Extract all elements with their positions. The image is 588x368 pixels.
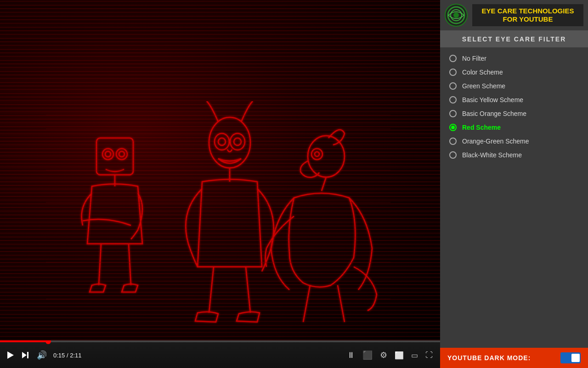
filter-option-basic-orange[interactable]: Basic Orange Scheme (449, 110, 579, 117)
next-button[interactable] (20, 350, 30, 360)
label-black-white: Black-White Scheme (462, 151, 522, 159)
title-bar: EYE CARE TECHNOLOGIES FOR YOUTUBE (440, 0, 588, 31)
volume-icon: 🔊 (37, 350, 47, 360)
svg-line-6 (99, 244, 101, 285)
svg-line-21 (338, 285, 345, 322)
right-controls: ⏸ ⬛ ⚙ ⬜ ▭ ⛶ (345, 348, 435, 362)
dark-mode-bar: YOUTUBE DARK MODE: (440, 348, 588, 368)
svg-point-12 (234, 138, 241, 145)
svg-line-20 (303, 285, 310, 322)
logo-icon (445, 4, 468, 27)
label-red-scheme: Red Scheme (462, 124, 501, 131)
svg-point-4 (119, 151, 124, 157)
fullscreen-icon: ⛶ (425, 351, 433, 359)
subtitles-icon: ⬛ (362, 350, 373, 360)
radio-basic-yellow[interactable] (449, 96, 457, 104)
play-icon (7, 351, 14, 359)
miniplayer-button[interactable]: ⬜ (393, 349, 406, 362)
radio-green-scheme[interactable] (449, 82, 457, 90)
radio-orange-green[interactable] (449, 138, 457, 145)
time-current: 0:15 (53, 352, 65, 359)
filter-option-no-filter[interactable]: No Filter (449, 55, 579, 62)
filter-option-basic-yellow[interactable]: Basic Yellow Scheme (449, 96, 579, 104)
volume-button[interactable]: 🔊 (35, 348, 49, 362)
svg-line-14 (209, 267, 214, 313)
svg-point-1 (102, 149, 113, 160)
svg-point-2 (116, 149, 127, 160)
toggle-knob (571, 354, 580, 362)
miniplayer-icon: ⬜ (395, 351, 404, 360)
radio-red-scheme[interactable] (449, 124, 457, 131)
filter-option-green-scheme[interactable]: Green Scheme (449, 82, 579, 90)
svg-point-11 (218, 138, 226, 145)
label-green-scheme: Green Scheme (462, 82, 505, 90)
progress-bar[interactable] (0, 340, 440, 342)
svg-point-18 (315, 152, 319, 156)
time-sep: / (65, 352, 70, 359)
theater-button[interactable]: ▭ (409, 349, 420, 362)
subtitles-button[interactable]: ⬛ (361, 348, 374, 362)
video-characters (46, 101, 390, 331)
pause-button[interactable]: ⏸ (345, 349, 357, 362)
app-title: EYE CARE TECHNOLOGIES FOR YOUTUBE (472, 4, 583, 26)
svg-line-19 (322, 177, 326, 191)
radio-black-white[interactable] (449, 151, 457, 159)
pause-icon: ⏸ (347, 351, 355, 360)
svg-point-3 (105, 151, 111, 157)
svg-line-7 (129, 244, 131, 285)
subtitle-bar: SELECT EYE CARE FILTER (440, 31, 588, 47)
label-orange-green: Orange-Green Scheme (462, 138, 529, 145)
video-canvas (0, 0, 440, 340)
settings-icon: ⚙ (380, 350, 387, 360)
sidebar: EYE CARE TECHNOLOGIES FOR YOUTUBE SELECT… (440, 0, 588, 368)
label-basic-yellow: Basic Yellow Scheme (462, 96, 523, 104)
label-basic-orange: Basic Orange Scheme (462, 110, 526, 117)
svg-line-15 (246, 267, 250, 313)
time-total: 2:11 (70, 352, 81, 359)
controls-bar: 🔊 0:15 / 2:11 ⏸ ⬛ ⚙ ⬜ ▭ ⛶ (0, 340, 440, 368)
radio-color-scheme[interactable] (449, 69, 457, 76)
skip-icon (22, 352, 28, 358)
svg-point-17 (311, 149, 322, 160)
svg-point-10 (230, 133, 245, 150)
theater-icon: ▭ (411, 351, 418, 360)
filter-option-red-scheme[interactable]: Red Scheme (449, 124, 579, 131)
filter-list: No Filter Color Scheme Green Scheme Basi… (440, 47, 588, 348)
svg-point-31 (453, 12, 459, 18)
svg-point-9 (215, 133, 229, 150)
progress-fill (0, 340, 48, 342)
play-button[interactable] (6, 350, 16, 361)
filter-option-orange-green[interactable]: Orange-Green Scheme (449, 138, 579, 145)
settings-button[interactable]: ⚙ (378, 348, 389, 362)
dark-mode-toggle[interactable] (560, 352, 581, 363)
time-display: 0:15 / 2:11 (53, 352, 81, 359)
filter-option-black-white[interactable]: Black-White Scheme (449, 151, 579, 159)
fullscreen-button[interactable]: ⛶ (424, 349, 435, 361)
video-area: 🔊 0:15 / 2:11 ⏸ ⬛ ⚙ ⬜ ▭ ⛶ (0, 0, 440, 368)
radio-no-filter[interactable] (449, 55, 457, 62)
radio-basic-orange[interactable] (449, 110, 457, 117)
filter-option-color-scheme[interactable]: Color Scheme (449, 69, 579, 76)
dark-mode-label: YOUTUBE DARK MODE: (447, 354, 531, 362)
label-no-filter: No Filter (462, 55, 486, 62)
label-color-scheme: Color Scheme (462, 69, 503, 76)
svg-rect-0 (96, 138, 133, 175)
